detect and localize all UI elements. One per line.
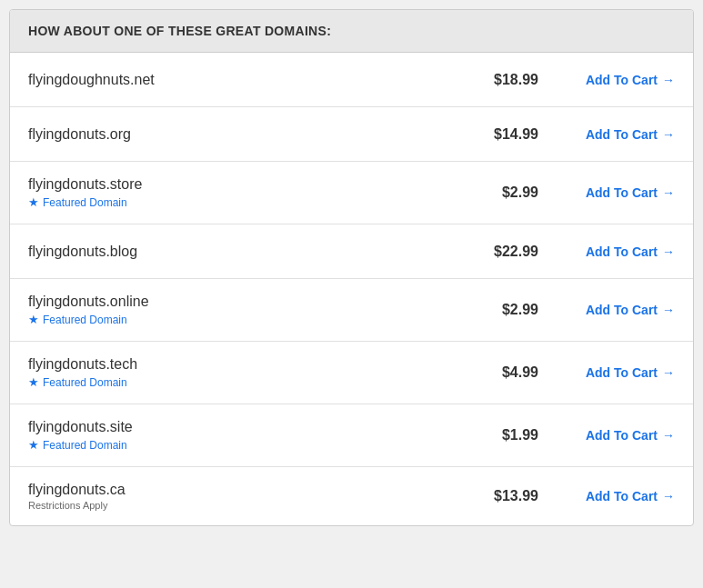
featured-badge: ★Featured Domain (28, 195, 466, 209)
add-to-cart-label: Add To Cart (586, 127, 658, 142)
star-icon: ★ (28, 313, 39, 326)
add-to-cart-button[interactable]: Add To Cart→ (557, 365, 675, 380)
arrow-icon: → (662, 365, 675, 380)
table-row: flyingdonuts.store★Featured Domain$2.99A… (10, 162, 693, 224)
domain-price: $22.99 (466, 244, 557, 260)
domain-price: $18.99 (466, 72, 557, 88)
featured-domain-label: Featured Domain (43, 314, 127, 326)
domain-info: flyingdonuts.site★Featured Domain (28, 419, 466, 452)
table-row: flyingdonuts.org$14.99Add To Cart→ (10, 107, 693, 162)
featured-domain-label: Featured Domain (43, 376, 127, 389)
domain-info: flyingdonuts.blog (28, 244, 466, 260)
table-row: flyingdonuts.online★Featured Domain$2.99… (10, 279, 693, 342)
table-row: flyingdonuts.tech★Featured Domain$4.99Ad… (10, 342, 693, 404)
domain-suggestions-panel: HOW ABOUT ONE OF THESE GREAT DOMAINS: fl… (9, 9, 694, 526)
add-to-cart-button[interactable]: Add To Cart→ (557, 428, 675, 443)
domain-list: flyingdoughnuts.net$18.99Add To Cart→fly… (10, 53, 693, 525)
domain-name: flyingdonuts.store (28, 176, 466, 193)
featured-badge: ★Featured Domain (28, 313, 466, 326)
table-row: flyingdonuts.caRestrictions Apply$13.99A… (10, 467, 693, 525)
panel-header: HOW ABOUT ONE OF THESE GREAT DOMAINS: (10, 10, 693, 53)
arrow-icon: → (662, 127, 675, 142)
table-row: flyingdoughnuts.net$18.99Add To Cart→ (10, 53, 693, 107)
arrow-icon: → (662, 489, 675, 503)
restrictions-label: Restrictions Apply (28, 500, 466, 511)
add-to-cart-button[interactable]: Add To Cart→ (557, 127, 675, 142)
domain-info: flyingdoughnuts.net (28, 72, 466, 88)
domain-name: flyingdonuts.site (28, 419, 466, 435)
add-to-cart-button[interactable]: Add To Cart→ (557, 73, 675, 87)
domain-name: flyingdonuts.online (28, 294, 466, 310)
arrow-icon: → (662, 244, 675, 259)
domain-price: $14.99 (466, 126, 557, 143)
add-to-cart-label: Add To Cart (586, 428, 658, 443)
domain-name: flyingdonuts.ca (28, 482, 466, 498)
add-to-cart-button[interactable]: Add To Cart→ (557, 303, 675, 317)
star-icon: ★ (28, 195, 39, 209)
domain-info: flyingdonuts.caRestrictions Apply (28, 482, 466, 511)
add-to-cart-label: Add To Cart (586, 489, 658, 503)
domain-price: $1.99 (466, 427, 557, 443)
featured-domain-label: Featured Domain (43, 439, 127, 452)
domain-name: flyingdonuts.org (28, 126, 466, 143)
featured-badge: ★Featured Domain (28, 375, 466, 389)
table-row: flyingdonuts.blog$22.99Add To Cart→ (10, 224, 693, 279)
domain-price: $4.99 (466, 364, 557, 381)
table-row: flyingdonuts.site★Featured Domain$1.99Ad… (10, 404, 693, 467)
arrow-icon: → (662, 303, 675, 317)
add-to-cart-label: Add To Cart (586, 244, 658, 259)
domain-price: $13.99 (466, 488, 557, 504)
featured-domain-label: Featured Domain (43, 196, 127, 209)
add-to-cart-button[interactable]: Add To Cart→ (557, 185, 675, 200)
add-to-cart-button[interactable]: Add To Cart→ (557, 244, 675, 259)
featured-badge: ★Featured Domain (28, 438, 466, 452)
domain-name: flyingdoughnuts.net (28, 72, 466, 88)
panel-title: HOW ABOUT ONE OF THESE GREAT DOMAINS: (28, 24, 331, 38)
add-to-cart-button[interactable]: Add To Cart→ (557, 489, 675, 503)
arrow-icon: → (662, 185, 675, 200)
arrow-icon: → (662, 428, 675, 443)
domain-info: flyingdonuts.tech★Featured Domain (28, 356, 466, 389)
star-icon: ★ (28, 438, 39, 452)
domain-name: flyingdonuts.tech (28, 356, 466, 373)
domain-price: $2.99 (466, 302, 557, 318)
add-to-cart-label: Add To Cart (586, 185, 658, 200)
star-icon: ★ (28, 375, 39, 389)
add-to-cart-label: Add To Cart (586, 365, 658, 380)
domain-info: flyingdonuts.store★Featured Domain (28, 176, 466, 209)
arrow-icon: → (662, 73, 675, 87)
add-to-cart-label: Add To Cart (586, 303, 658, 317)
add-to-cart-label: Add To Cart (586, 73, 658, 87)
domain-price: $2.99 (466, 184, 557, 201)
domain-info: flyingdonuts.online★Featured Domain (28, 294, 466, 326)
domain-info: flyingdonuts.org (28, 126, 466, 143)
domain-name: flyingdonuts.blog (28, 244, 466, 260)
